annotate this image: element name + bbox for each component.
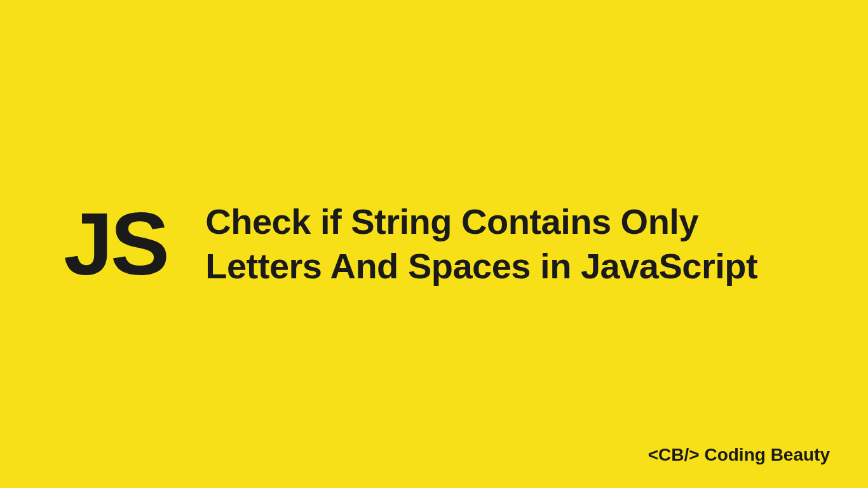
js-badge: JS (64, 200, 167, 288)
brand-footer: <CB/> Coding Beauty (648, 445, 830, 465)
article-title: Check if String Contains Only Letters An… (205, 200, 804, 288)
content-wrapper: JS Check if String Contains Only Letters… (0, 0, 868, 488)
